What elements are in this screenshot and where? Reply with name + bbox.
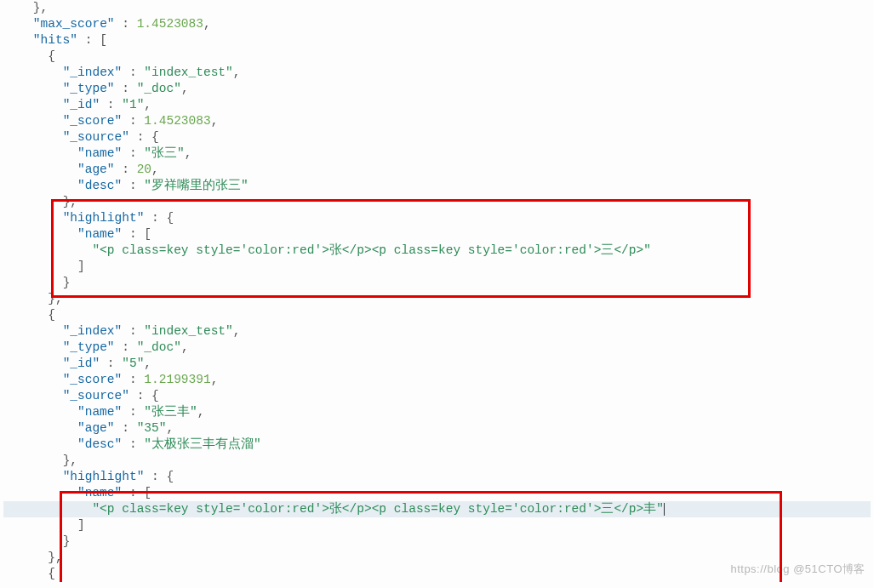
code-block: }, "max_score" : 1.4523083, "hits" : [ {… (0, 0, 874, 582)
code-line: }, (3, 194, 871, 210)
code-line: ] (3, 259, 871, 275)
code-line: "desc" : "太极张三丰有点溜" (3, 437, 871, 453)
code-line: "_source" : { (3, 388, 871, 404)
text-cursor (664, 503, 665, 516)
code-line: "_source" : { (3, 129, 871, 146)
code-line: } (3, 534, 871, 550)
code-line: "name" : "张三丰", (3, 404, 871, 420)
code-line: "_score" : 1.2199391, (3, 372, 871, 388)
code-line: } (3, 275, 871, 291)
code-line-highlighted: "<p class=key style='color:red'>张</p><p … (3, 501, 871, 517)
code-line: "highlight" : { (3, 469, 871, 485)
code-line: "desc" : "罗祥嘴里的张三" (3, 178, 871, 194)
code-line: "_score" : 1.4523083, (3, 113, 871, 129)
code-line: { (3, 49, 871, 65)
code-line: "name" : [ (3, 485, 871, 501)
code-line: "name" : [ (3, 226, 871, 243)
code-line: "_id" : "1", (3, 97, 871, 113)
code-line: "_type" : "_doc", (3, 340, 871, 356)
code-line: }, (3, 453, 871, 469)
code-line: "age" : "35", (3, 420, 871, 437)
code-line: "_index" : "index_test", (3, 323, 871, 340)
code-line: }, (3, 291, 871, 307)
code-line: }, (3, 0, 871, 16)
code-line: "_index" : "index_test", (3, 65, 871, 81)
code-line: "hits" : [ (3, 32, 871, 49)
code-line: { (3, 307, 871, 323)
watermark-text: https://blog @51CTO博客 (730, 561, 865, 577)
code-line: "_id" : "5", (3, 356, 871, 372)
code-line: ] (3, 517, 871, 534)
code-line: "highlight" : { (3, 210, 871, 226)
code-line: "name" : "张三", (3, 146, 871, 162)
code-line: "max_score" : 1.4523083, (3, 16, 871, 32)
code-line: "<p class=key style='color:red'>张</p><p … (3, 243, 871, 259)
code-line: "age" : 20, (3, 162, 871, 178)
code-line: "_type" : "_doc", (3, 81, 871, 97)
